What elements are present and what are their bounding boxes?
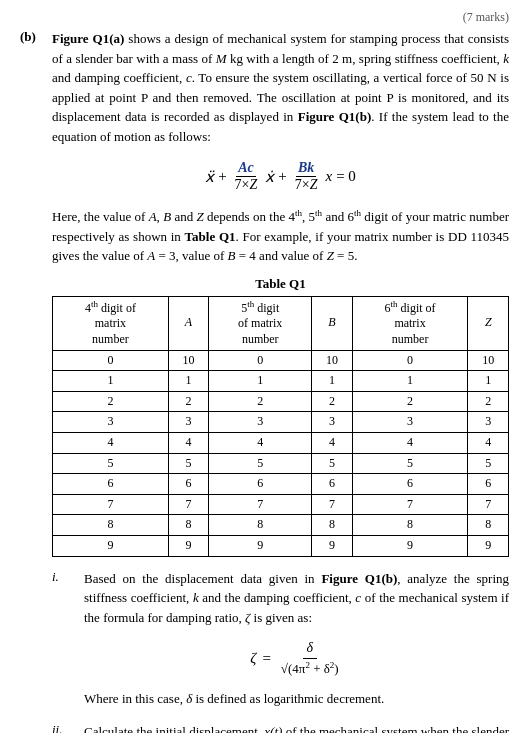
table-cell: 6 bbox=[468, 474, 509, 495]
table-cell: 1 bbox=[53, 371, 169, 392]
table-row: 999999 bbox=[53, 535, 509, 556]
sub-label-i: i. bbox=[52, 569, 74, 709]
table-cell: 2 bbox=[468, 391, 509, 412]
table-cell: 2 bbox=[209, 391, 312, 412]
table-cell: 3 bbox=[352, 412, 468, 433]
intro-text: Figure Q1(a) shows a design of mechanica… bbox=[52, 29, 509, 146]
equation-block: ẍ + Ac 7×Z ẋ + Bk 7×Z x = 0 bbox=[52, 160, 509, 193]
sub-i-text: Based on the displacement data given in … bbox=[84, 571, 509, 625]
col-header-3: 5th digitof matrixnumber bbox=[209, 296, 312, 350]
table-row: 444444 bbox=[53, 432, 509, 453]
figure-ref: Figure Q1(a) bbox=[52, 31, 124, 46]
table-row: 333333 bbox=[53, 412, 509, 433]
equals-zero: = 0 bbox=[336, 168, 356, 185]
table-cell: 0 bbox=[209, 350, 312, 371]
table-cell: 7 bbox=[209, 494, 312, 515]
table-cell: 4 bbox=[468, 432, 509, 453]
sub-label-ii: ii. bbox=[52, 722, 74, 733]
q1-table: 4th digit ofmatrixnumber A 5th digitof m… bbox=[52, 296, 509, 557]
table-cell: 6 bbox=[168, 474, 209, 495]
table-cell: 9 bbox=[352, 535, 468, 556]
table-cell: 3 bbox=[53, 412, 169, 433]
table-cell: 3 bbox=[209, 412, 312, 433]
table-cell: 1 bbox=[352, 371, 468, 392]
table-cell: 5 bbox=[53, 453, 169, 474]
part-label: (b) bbox=[20, 29, 42, 733]
table-cell: 9 bbox=[53, 535, 169, 556]
col-header-1: 4th digit ofmatrixnumber bbox=[53, 296, 169, 350]
table-cell: 3 bbox=[468, 412, 509, 433]
table-title: Table Q1 bbox=[52, 276, 509, 292]
table-row: 777777 bbox=[53, 494, 509, 515]
table-cell: 6 bbox=[53, 474, 169, 495]
table-cell: 8 bbox=[53, 515, 169, 536]
table-row: 555555 bbox=[53, 453, 509, 474]
table-row: 888888 bbox=[53, 515, 509, 536]
table-cell: 2 bbox=[53, 391, 169, 412]
table-row: 111111 bbox=[53, 371, 509, 392]
x-dot: ẋ bbox=[265, 168, 274, 186]
table-cell: 7 bbox=[53, 494, 169, 515]
here-text: Here, the value of A, B and Z depends on… bbox=[52, 207, 509, 266]
frac-ac-den: 7×Z bbox=[233, 177, 260, 193]
table-cell: 9 bbox=[312, 535, 353, 556]
formula-block: ζ = δ √(4π2 + δ2) bbox=[84, 637, 509, 679]
table-cell: 6 bbox=[209, 474, 312, 495]
table-cell: 8 bbox=[209, 515, 312, 536]
table-cell: 1 bbox=[468, 371, 509, 392]
table-cell: 1 bbox=[168, 371, 209, 392]
table-body: 0100100101111112222223333334444445555556… bbox=[53, 350, 509, 556]
table-cell: 1 bbox=[209, 371, 312, 392]
sub-ii-text: Calculate the initial displacement, x(t)… bbox=[84, 724, 509, 733]
table-cell: 6 bbox=[312, 474, 353, 495]
table-cell: 4 bbox=[352, 432, 468, 453]
table-cell: 4 bbox=[312, 432, 353, 453]
sub-content-i: Based on the displacement data given in … bbox=[84, 569, 509, 709]
sub-items: i. Based on the displacement data given … bbox=[52, 569, 509, 733]
table-cell: 2 bbox=[352, 391, 468, 412]
table-row: 010010010 bbox=[53, 350, 509, 371]
sub-i-note: Where in this case, δ is defined as loga… bbox=[84, 689, 509, 709]
table-cell: 5 bbox=[352, 453, 468, 474]
table-cell: 0 bbox=[352, 350, 468, 371]
zeta-num: δ bbox=[303, 637, 318, 659]
top-right-marks: (7 marks) bbox=[20, 10, 509, 25]
content-col: Figure Q1(a) shows a design of mechanica… bbox=[52, 29, 509, 733]
table-cell: 8 bbox=[468, 515, 509, 536]
plus1: + bbox=[218, 168, 226, 185]
col-header-6: Z bbox=[468, 296, 509, 350]
table-row: 222222 bbox=[53, 391, 509, 412]
frac-ac-num: Ac bbox=[236, 160, 256, 177]
table-cell: 4 bbox=[209, 432, 312, 453]
table-header-row: 4th digit ofmatrixnumber A 5th digitof m… bbox=[53, 296, 509, 350]
table-cell: 6 bbox=[352, 474, 468, 495]
zeta-fraction: δ √(4π2 + δ2) bbox=[277, 637, 343, 679]
sub-item-ii: ii. Calculate the initial displacement, … bbox=[52, 722, 509, 733]
x-double-dot: ẍ bbox=[205, 168, 214, 186]
table-cell: 5 bbox=[468, 453, 509, 474]
table-cell: 2 bbox=[312, 391, 353, 412]
col-header-2: A bbox=[168, 296, 209, 350]
table-cell: 7 bbox=[168, 494, 209, 515]
table-cell: 2 bbox=[168, 391, 209, 412]
table-cell: 10 bbox=[168, 350, 209, 371]
table-cell: 3 bbox=[168, 412, 209, 433]
table-section: Table Q1 4th digit ofmatrixnumber A 5th … bbox=[52, 276, 509, 557]
table-cell: 10 bbox=[468, 350, 509, 371]
fraction-bk: Bk 7×Z bbox=[293, 160, 320, 193]
x-var: x bbox=[325, 168, 332, 185]
plus2: + bbox=[278, 168, 286, 185]
col-header-4: B bbox=[312, 296, 353, 350]
zeta-equals: = bbox=[262, 647, 270, 670]
sub-item-i: i. Based on the displacement data given … bbox=[52, 569, 509, 709]
table-cell: 4 bbox=[53, 432, 169, 453]
main-container: (b) Figure Q1(a) shows a design of mecha… bbox=[20, 29, 509, 733]
table-cell: 0 bbox=[53, 350, 169, 371]
equation-line: ẍ + Ac 7×Z ẋ + Bk 7×Z x = 0 bbox=[205, 160, 356, 193]
table-cell: 10 bbox=[312, 350, 353, 371]
sub-content-ii: Calculate the initial displacement, x(t)… bbox=[84, 722, 509, 733]
zeta-sym: ζ bbox=[250, 647, 256, 670]
table-cell: 7 bbox=[312, 494, 353, 515]
table-cell: 3 bbox=[312, 412, 353, 433]
table-cell: 5 bbox=[209, 453, 312, 474]
